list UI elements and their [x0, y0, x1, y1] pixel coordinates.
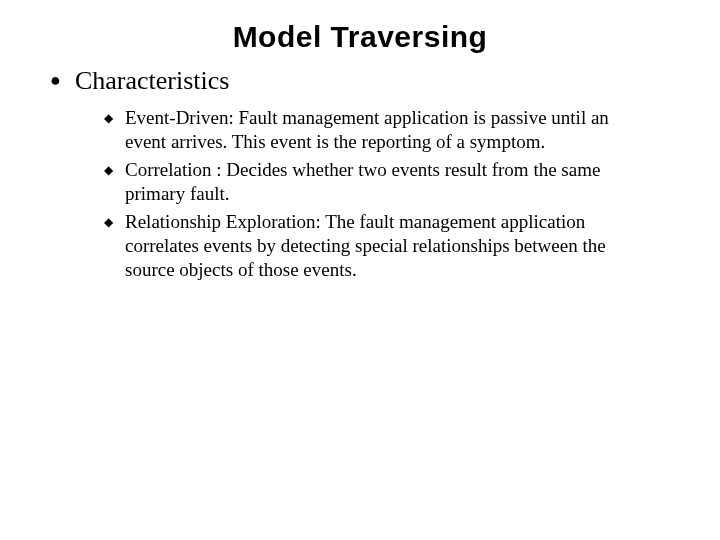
list-item-text: Event-Driven: Fault management applicati…	[125, 106, 650, 154]
bullet-diamond-icon: ◆	[104, 210, 113, 234]
list-item: ◆ Event-Driven: Fault management applica…	[104, 106, 650, 154]
bullet-diamond-icon: ◆	[104, 158, 113, 182]
bullet-diamond-icon: ◆	[104, 106, 113, 130]
slide: Model Traversing ● Characteristics ◆ Eve…	[0, 0, 720, 326]
bullet-circle-icon: ●	[50, 66, 61, 94]
slide-title: Model Traversing	[40, 20, 680, 54]
list-item: ◆ Correlation : Decides whether two even…	[104, 158, 650, 206]
section-heading: Characteristics	[75, 66, 230, 96]
list-item-text: Relationship Exploration: The fault mana…	[125, 210, 650, 282]
section-heading-row: ● Characteristics	[50, 66, 680, 96]
bullet-list: ◆ Event-Driven: Fault management applica…	[104, 106, 650, 282]
list-item: ◆ Relationship Exploration: The fault ma…	[104, 210, 650, 282]
list-item-text: Correlation : Decides whether two events…	[125, 158, 650, 206]
